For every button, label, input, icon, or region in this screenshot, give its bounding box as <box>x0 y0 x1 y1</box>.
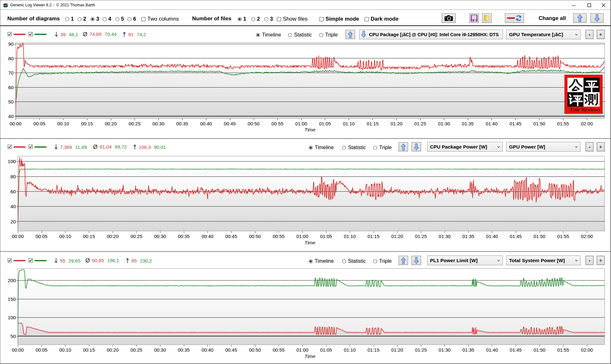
svg-text:00:45: 00:45 <box>225 234 237 239</box>
svg-text:00:10: 00:10 <box>59 347 71 353</box>
svg-text:01:35: 01:35 <box>462 121 474 126</box>
svg-text:00:20: 00:20 <box>105 121 117 126</box>
svg-text:00:55: 00:55 <box>272 121 284 126</box>
svg-text:00:50: 00:50 <box>249 347 261 353</box>
svg-text:00:50: 00:50 <box>249 234 261 239</box>
svg-text:01:15: 01:15 <box>367 121 379 126</box>
svg-text:01:00: 01:00 <box>296 234 308 239</box>
svg-text:02:00: 02:00 <box>581 234 593 239</box>
svg-text:00:15: 00:15 <box>83 347 95 353</box>
svg-text:00:10: 00:10 <box>59 234 71 239</box>
svg-text:00:05: 00:05 <box>33 121 45 126</box>
svg-text:00:30: 00:30 <box>152 121 164 126</box>
svg-text:02:00: 02:00 <box>581 121 593 126</box>
svg-text:01:30: 01:30 <box>439 234 451 239</box>
svg-text:60: 60 <box>10 189 16 194</box>
svg-text:50: 50 <box>10 334 16 339</box>
svg-text:01:00: 01:00 <box>295 121 307 126</box>
svg-text:01:55: 01:55 <box>557 234 569 239</box>
svg-text:00:30: 00:30 <box>154 347 166 353</box>
svg-text:00:00: 00:00 <box>12 234 24 239</box>
svg-text:01:50: 01:50 <box>534 347 546 353</box>
svg-text:200: 200 <box>8 278 16 283</box>
svg-text:01:40: 01:40 <box>486 121 498 126</box>
svg-text:70: 70 <box>8 70 14 76</box>
svg-text:01:05: 01:05 <box>320 234 332 239</box>
svg-text:00:00: 00:00 <box>12 347 24 353</box>
svg-text:01:35: 01:35 <box>462 234 474 239</box>
svg-text:01:20: 01:20 <box>391 347 403 353</box>
svg-text:00:40: 00:40 <box>202 234 214 239</box>
svg-text:01:45: 01:45 <box>510 347 522 353</box>
svg-text:00:05: 00:05 <box>36 234 48 239</box>
svg-text:01:45: 01:45 <box>509 121 521 126</box>
svg-text:01:15: 01:15 <box>367 234 379 239</box>
svg-text:50: 50 <box>8 99 14 104</box>
svg-text:01:30: 01:30 <box>439 347 451 353</box>
svg-text:01:10: 01:10 <box>344 234 356 239</box>
svg-text:20: 20 <box>10 219 16 224</box>
svg-text:00:35: 00:35 <box>178 347 190 353</box>
svg-text:00:40: 00:40 <box>202 347 214 353</box>
svg-text:01:40: 01:40 <box>486 347 498 353</box>
svg-text:100: 100 <box>8 159 16 164</box>
svg-text:01:45: 01:45 <box>510 234 522 239</box>
svg-text:00:45: 00:45 <box>224 121 236 126</box>
svg-text:01:25: 01:25 <box>415 347 427 353</box>
svg-text:00:15: 00:15 <box>81 121 93 126</box>
svg-text:01:50: 01:50 <box>534 234 546 239</box>
svg-text:00:45: 00:45 <box>225 347 237 353</box>
svg-text:01:20: 01:20 <box>391 234 403 239</box>
svg-text:01:40: 01:40 <box>486 234 498 239</box>
svg-text:00:20: 00:20 <box>107 347 119 353</box>
svg-text:01:55: 01:55 <box>557 347 569 353</box>
svg-text:00:25: 00:25 <box>129 121 141 126</box>
svg-text:01:35: 01:35 <box>462 347 474 353</box>
svg-text:80: 80 <box>10 174 16 179</box>
svg-text:01:30: 01:30 <box>438 121 450 126</box>
svg-text:01:55: 01:55 <box>557 121 569 126</box>
svg-text:00:55: 00:55 <box>273 347 285 353</box>
svg-text:90: 90 <box>8 41 14 47</box>
svg-text:00:30: 00:30 <box>154 234 166 239</box>
svg-text:150: 150 <box>8 296 16 302</box>
svg-text:01:50: 01:50 <box>533 121 545 126</box>
svg-text:00:50: 00:50 <box>248 121 260 126</box>
svg-text:00:25: 00:25 <box>131 347 143 353</box>
svg-text:02:00: 02:00 <box>581 347 593 353</box>
svg-text:01:25: 01:25 <box>414 121 426 126</box>
svg-text:01:05: 01:05 <box>319 121 331 126</box>
svg-text:40: 40 <box>8 114 14 119</box>
svg-text:00:35: 00:35 <box>176 121 188 126</box>
svg-text:00:40: 00:40 <box>200 121 212 126</box>
svg-text:00:10: 00:10 <box>57 121 69 126</box>
svg-text:01:00: 01:00 <box>296 347 308 353</box>
svg-text:01:25: 01:25 <box>415 234 427 239</box>
svg-text:01:15: 01:15 <box>367 347 379 353</box>
svg-text:Time: Time <box>305 127 316 132</box>
svg-text:01:20: 01:20 <box>391 121 403 126</box>
svg-text:00:00: 00:00 <box>10 121 22 126</box>
svg-text:00:05: 00:05 <box>36 347 48 353</box>
svg-text:60: 60 <box>8 85 14 90</box>
svg-text:Fair Reviews: Fair Reviews <box>570 107 600 113</box>
svg-text:00:55: 00:55 <box>273 234 285 239</box>
svg-text:80: 80 <box>8 56 14 61</box>
svg-text:00:25: 00:25 <box>131 234 143 239</box>
svg-text:Time: Time <box>305 354 316 359</box>
svg-text:00:35: 00:35 <box>178 234 190 239</box>
svg-text:01:10: 01:10 <box>344 347 356 353</box>
svg-text:Time: Time <box>305 240 316 245</box>
svg-text:00:15: 00:15 <box>83 234 95 239</box>
svg-text:00:20: 00:20 <box>107 234 119 239</box>
svg-text:01:05: 01:05 <box>320 347 332 353</box>
svg-text:01:10: 01:10 <box>343 121 355 126</box>
svg-text:40: 40 <box>10 204 16 209</box>
svg-text:100: 100 <box>8 315 16 320</box>
